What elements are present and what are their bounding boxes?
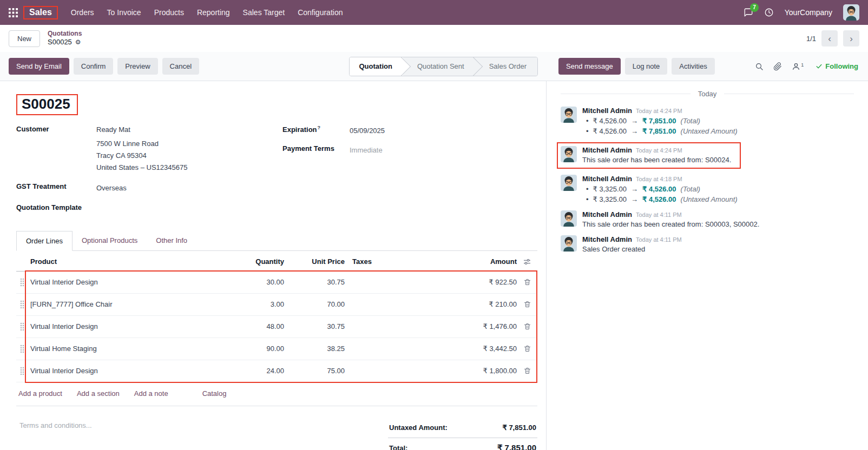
unit-price-cell[interactable]: 70.00 [284, 300, 345, 308]
status-sales-order[interactable]: Sales Order [475, 57, 537, 76]
drag-handle-icon[interactable] [16, 277, 28, 287]
catalog-link[interactable]: Catalog [202, 389, 227, 398]
product-cell[interactable]: [FURN_7777] Office Chair [28, 300, 233, 308]
order-line-row: Virtual Home Staging 90.00 38.25 ₹ 3,442… [16, 338, 537, 360]
new-value: ₹ 7,851.00 [642, 127, 676, 135]
message-author: Mitchell Admin [582, 235, 632, 243]
column-taxes: Taxes [345, 257, 426, 266]
quantity-cell[interactable]: 24.00 [233, 367, 284, 375]
drag-handle-icon[interactable] [16, 300, 28, 309]
add-note-link[interactable]: Add a note [134, 389, 168, 398]
avatar [561, 210, 577, 227]
page-title: S00025 [16, 94, 78, 115]
tab-order-lines[interactable]: Order Lines [16, 231, 73, 251]
activities-button[interactable]: Activities [672, 58, 714, 75]
menu-configuration[interactable]: Configuration [298, 8, 343, 17]
order-line-row: Virtual Interior Design 24.00 75.00 ₹ 1,… [16, 360, 537, 382]
optional-columns-icon[interactable] [517, 257, 537, 266]
quantity-cell[interactable]: 30.00 [233, 278, 284, 286]
column-product: Product [28, 257, 233, 266]
menu-to-invoice[interactable]: To Invoice [107, 8, 141, 17]
avatar [561, 107, 577, 123]
send-message-button[interactable]: Send message [558, 58, 621, 75]
menu-sales-target[interactable]: Sales Target [243, 8, 285, 17]
terms-and-conditions-input[interactable]: Terms and conditions... [19, 421, 92, 450]
chatter-message-annotated: Mitchell Admin Today at 4:24 PM This sal… [557, 142, 741, 169]
confirm-button[interactable]: Confirm [74, 58, 114, 75]
quantity-cell[interactable]: 48.00 [233, 322, 284, 330]
status-quotation-sent[interactable]: Quotation Sent [403, 57, 475, 76]
drag-handle-icon[interactable] [16, 344, 28, 354]
pager-previous-button[interactable]: ‹ [821, 30, 838, 47]
message-body: This sale order has been created from: S… [582, 156, 731, 164]
breadcrumb-quotations[interactable]: Quotations [48, 30, 82, 38]
expiration-label: Expiration? [282, 125, 350, 137]
amount-cell: ₹ 1,476.00 [426, 322, 517, 330]
menu-products[interactable]: Products [154, 8, 184, 17]
user-avatar[interactable] [843, 4, 859, 21]
drag-handle-icon[interactable] [16, 322, 28, 332]
new-button[interactable]: New [9, 30, 40, 47]
activities-clock-icon[interactable] [764, 8, 774, 17]
customer-address-line: Tracy CA 95304 [96, 150, 187, 162]
pager-next-button[interactable]: › [843, 30, 859, 47]
product-cell[interactable]: Virtual Home Staging [28, 345, 233, 353]
messages-icon[interactable]: 7 [744, 8, 753, 17]
status-quotation[interactable]: Quotation [350, 57, 403, 76]
pager-count: 1/1 [806, 35, 816, 43]
quantity-cell[interactable]: 90.00 [233, 345, 284, 353]
chatter-message: Mitchell Admin Today at 4:11 PM This sal… [561, 210, 854, 228]
gear-icon[interactable]: ⚙ [75, 38, 81, 47]
tracked-field: (Total) [681, 117, 700, 125]
unit-price-cell[interactable]: 38.25 [284, 345, 345, 353]
unit-price-cell[interactable]: 30.75 [284, 278, 345, 286]
menu-orders[interactable]: Orders [71, 8, 94, 17]
delete-row-icon[interactable] [517, 322, 537, 330]
app-name-sales[interactable]: Sales [23, 6, 58, 19]
product-cell[interactable]: Virtual Interior Design [28, 278, 233, 286]
gst-treatment-field[interactable]: Overseas [96, 182, 127, 194]
company-switcher[interactable]: YourCompany [785, 8, 832, 17]
preview-button[interactable]: Preview [117, 58, 157, 75]
delete-row-icon[interactable] [517, 345, 537, 353]
following-toggle[interactable]: Following [816, 62, 858, 70]
search-messages-icon[interactable] [755, 62, 764, 71]
control-panel: New Quotations S00025 ⚙ 1/1 ‹ › [0, 25, 868, 52]
message-body: Sales Order created [582, 245, 682, 253]
customer-field[interactable]: Ready Mat [96, 125, 187, 135]
order-line-row: [FURN_7777] Office Chair 3.00 70.00 ₹ 21… [16, 294, 537, 316]
delete-row-icon[interactable] [517, 367, 537, 375]
cancel-button[interactable]: Cancel [162, 58, 199, 75]
unit-price-cell[interactable]: 75.00 [284, 367, 345, 375]
quantity-cell[interactable]: 3.00 [233, 300, 284, 308]
message-time: Today at 4:24 PM [636, 147, 682, 154]
statusbar: Quotation Quotation Sent Sales Order [349, 57, 538, 76]
message-time: Today at 4:11 PM [636, 211, 682, 218]
old-value: ₹ 4,526.00 [593, 127, 627, 135]
add-section-link[interactable]: Add a section [77, 389, 120, 398]
total-label: Total: [389, 444, 407, 450]
log-note-button[interactable]: Log note [625, 58, 668, 75]
tab-optional-products[interactable]: Optional Products [73, 231, 147, 250]
bullet: • [586, 127, 589, 135]
send-by-email-button[interactable]: Send by Email [9, 58, 69, 75]
delete-row-icon[interactable] [517, 278, 537, 286]
order-lines-header: Product Quantity Unit Price Taxes Amount [16, 251, 537, 272]
delete-row-icon[interactable] [517, 300, 537, 308]
followers-icon[interactable]: 1 [792, 62, 804, 71]
add-product-link[interactable]: Add a product [18, 389, 62, 398]
tab-other-info[interactable]: Other Info [147, 231, 196, 250]
breadcrumb: Quotations S00025 ⚙ [48, 30, 82, 47]
total-value: ₹ 7,851.00 [497, 443, 536, 450]
menu-reporting[interactable]: Reporting [197, 8, 230, 17]
unit-price-cell[interactable]: 30.75 [284, 322, 345, 330]
amount-cell: ₹ 922.50 [426, 278, 517, 286]
product-cell[interactable]: Virtual Interior Design [28, 367, 233, 375]
drag-handle-icon[interactable] [16, 366, 28, 376]
product-cell[interactable]: Virtual Interior Design [28, 322, 233, 330]
apps-grid-icon[interactable] [9, 8, 18, 17]
expiration-field[interactable]: 05/09/2025 [350, 125, 385, 137]
payment-terms-field[interactable]: Immediate [350, 144, 383, 156]
payment-terms-label: Payment Terms [282, 144, 350, 156]
attachments-icon[interactable] [773, 62, 782, 71]
